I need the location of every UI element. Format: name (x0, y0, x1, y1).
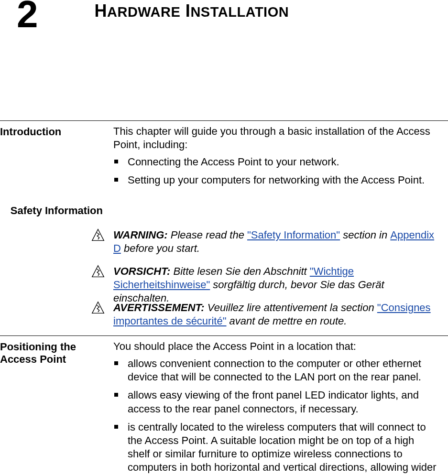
list-item: Setting up your computers for networking… (113, 173, 438, 187)
avertissement-post: avant de mettre en route. (226, 315, 347, 327)
chapter-title: HARDWARE INSTALLATION (95, 1, 289, 21)
warning-icon (91, 301, 105, 314)
warning-pre: Please read the (168, 229, 247, 241)
positioning-body: You should place the Access Point in a l… (113, 340, 438, 476)
positioning-lead: You should place the Access Point in a l… (113, 340, 438, 353)
warning-label: WARNING: (113, 229, 168, 241)
title-space (180, 1, 186, 21)
warning-icon (91, 265, 105, 278)
intro-lead: This chapter will guide you through a ba… (113, 125, 438, 151)
link-safety-information[interactable]: "Safety Information" (247, 229, 340, 241)
list-item: is centrally located to the wireless com… (113, 421, 438, 476)
list-item: Connecting the Access Point to your netw… (113, 155, 438, 169)
list-item: allows easy viewing of the front panel L… (113, 389, 438, 415)
section-safety: Safety Information (0, 200, 448, 204)
section-introduction: Introduction This chapter will guide you… (0, 120, 448, 192)
heading-introduction: Introduction (0, 126, 103, 138)
title-cap-2: I (186, 1, 191, 21)
warning-post: before you start. (121, 242, 200, 254)
vorsicht-row: VORSICHT: Bitte lesen Sie den Abschnitt … (113, 265, 438, 305)
avertissement-pre: Veuillez lire attentivement la section (205, 302, 377, 314)
vorsicht-label: VORSICHT: (113, 265, 170, 277)
vorsicht-pre: Bitte lesen Sie den Abschnitt (170, 265, 309, 277)
page: 2 HARDWARE INSTALLATION Introduction Thi… (0, 0, 448, 476)
positioning-bullets: allows convenient connection to the comp… (113, 357, 438, 476)
chapter-number: 2 (17, 0, 37, 29)
intro-body: This chapter will guide you through a ba… (113, 125, 438, 187)
avertissement-row: AVERTISSEMENT: Veuillez lire attentiveme… (113, 301, 438, 328)
title-rest-2: NSTALLATION (190, 4, 289, 20)
heading-safety: Safety Information (0, 205, 103, 217)
intro-bullets: Connecting the Access Point to your netw… (113, 155, 438, 187)
avertissement-label: AVERTISSEMENT: (113, 302, 205, 314)
warning-icon (91, 228, 105, 242)
list-item: allows convenient connection to the comp… (113, 357, 438, 384)
heading-positioning: Positioning the Access Point (0, 341, 103, 366)
section-positioning: Positioning the Access Point You should … (0, 335, 448, 476)
title-cap-1: H (95, 1, 108, 21)
warning-mid: section in (340, 229, 390, 241)
warning-row: WARNING: Please read the "Safety Informa… (113, 228, 438, 255)
chapter-header: 2 HARDWARE INSTALLATION (0, 1, 448, 29)
title-rest-1: ARDWARE (107, 4, 180, 20)
